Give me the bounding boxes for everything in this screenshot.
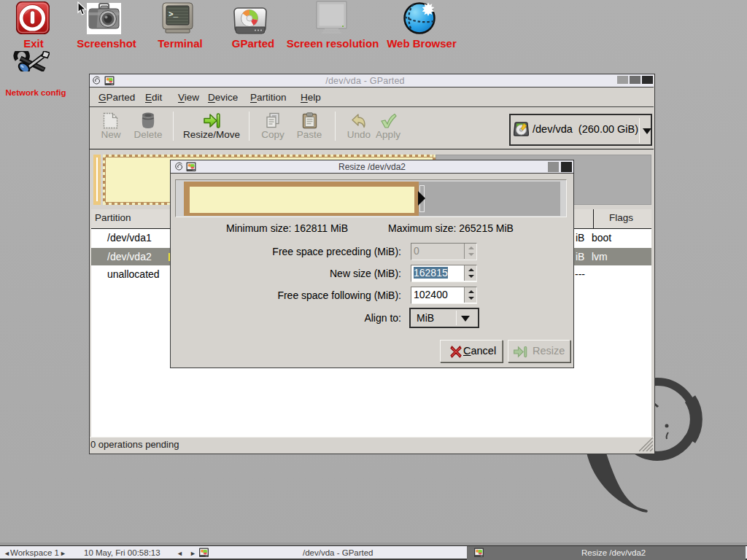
svg-text:>_: >_ [169,10,179,19]
